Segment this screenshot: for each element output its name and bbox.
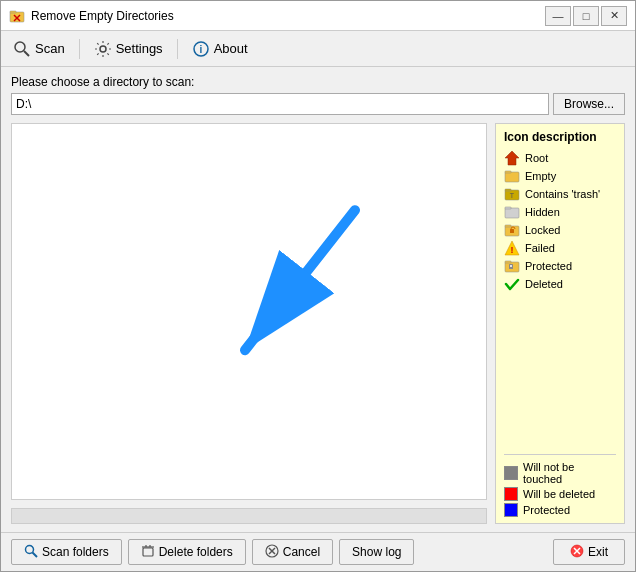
legend-item-failed: ! Failed <box>504 240 616 256</box>
not-touched-label: Will not be touched <box>523 461 616 485</box>
title-bar-left: Remove Empty Directories <box>9 8 174 24</box>
not-touched-color <box>504 466 518 480</box>
delete-folders-button[interactable]: Delete folders <box>128 539 246 565</box>
svg-text:!: ! <box>511 245 514 255</box>
legend-item-hidden: Hidden <box>504 204 616 220</box>
svg-text:T: T <box>510 192 515 199</box>
svg-text:i: i <box>199 44 202 55</box>
minimize-button[interactable]: — <box>545 6 571 26</box>
empty-label: Empty <box>525 170 556 182</box>
legend-color-protected: Protected <box>504 503 616 517</box>
content-area: Please choose a directory to scan: Brows… <box>1 67 635 532</box>
toolbar-separator-2 <box>177 39 178 59</box>
legend-panel: Icon description Root <box>495 123 625 524</box>
about-label: About <box>214 41 248 56</box>
toolbar-separator-1 <box>79 39 80 59</box>
svg-rect-30 <box>143 548 153 556</box>
hidden-label: Hidden <box>525 206 560 218</box>
svg-rect-25 <box>505 261 511 263</box>
maximize-button[interactable]: □ <box>573 6 599 26</box>
delete-folders-label: Delete folders <box>159 545 233 559</box>
cancel-button[interactable]: Cancel <box>252 539 333 565</box>
svg-rect-18 <box>505 207 511 209</box>
about-toolbar-button[interactable]: i About <box>184 36 256 62</box>
legend-item-deleted: Deleted <box>504 276 616 292</box>
svg-rect-21 <box>510 229 514 233</box>
settings-icon <box>94 40 112 58</box>
browse-button[interactable]: Browse... <box>553 93 625 115</box>
exit-button[interactable]: Exit <box>553 539 625 565</box>
protected-label: Protected <box>525 260 572 272</box>
svg-marker-11 <box>505 151 519 165</box>
toolbar: Scan Settings i About <box>1 31 635 67</box>
locked-label: Locked <box>525 224 560 236</box>
legend-item-protected: Protected <box>504 258 616 274</box>
bottom-bar: Scan folders Delete folders <box>1 532 635 571</box>
svg-line-5 <box>24 51 29 56</box>
show-log-label: Show log <box>352 545 401 559</box>
will-delete-color <box>504 487 518 501</box>
svg-rect-17 <box>505 208 519 218</box>
scan-toolbar-button[interactable]: Scan <box>5 36 73 62</box>
legend-item-empty: Empty <box>504 168 616 184</box>
exit-icon <box>570 544 584 561</box>
show-log-button[interactable]: Show log <box>339 539 414 565</box>
directory-row: Browse... <box>11 93 625 115</box>
empty-folder-icon <box>504 168 520 184</box>
scan-folders-button[interactable]: Scan folders <box>11 539 122 565</box>
svg-point-6 <box>100 46 106 52</box>
trash-label: Contains 'trash' <box>525 188 600 200</box>
root-label: Root <box>525 152 548 164</box>
exit-label: Exit <box>588 545 608 559</box>
legend-color-not-touched: Will not be touched <box>504 461 616 485</box>
protected-icon <box>504 258 520 274</box>
app-icon <box>9 8 25 24</box>
about-icon: i <box>192 40 210 58</box>
svg-line-10 <box>245 210 355 350</box>
delete-folders-icon <box>141 544 155 561</box>
scan-folders-icon <box>24 544 38 561</box>
tree-panel[interactable] <box>11 123 487 500</box>
svg-rect-1 <box>10 11 16 13</box>
failed-label: Failed <box>525 242 555 254</box>
svg-point-27 <box>510 265 512 267</box>
main-window: Remove Empty Directories — □ ✕ Scan <box>0 0 636 572</box>
legend-title: Icon description <box>504 130 616 144</box>
legend-item-locked: Locked <box>504 222 616 238</box>
root-icon <box>504 150 520 166</box>
cancel-label: Cancel <box>283 545 320 559</box>
deleted-icon <box>504 276 520 292</box>
svg-point-28 <box>26 545 34 553</box>
scan-icon <box>13 40 31 58</box>
deleted-label: Deleted <box>525 278 563 290</box>
settings-toolbar-button[interactable]: Settings <box>86 36 171 62</box>
failed-icon: ! <box>504 240 520 256</box>
window-title: Remove Empty Directories <box>31 9 174 23</box>
settings-label: Settings <box>116 41 163 56</box>
svg-point-4 <box>15 42 25 52</box>
close-button[interactable]: ✕ <box>601 6 627 26</box>
legend-divider <box>504 454 616 455</box>
legend-item-trash: T Contains 'trash' <box>504 186 616 202</box>
color-protected-label: Protected <box>523 504 570 516</box>
legend-color-will-delete: Will be deleted <box>504 487 616 501</box>
arrow-indicator <box>195 190 375 393</box>
svg-line-29 <box>33 552 38 557</box>
title-bar: Remove Empty Directories — □ ✕ <box>1 1 635 31</box>
will-delete-label: Will be deleted <box>523 488 595 500</box>
legend-item-root: Root <box>504 150 616 166</box>
main-panel: Icon description Root <box>11 123 625 524</box>
scan-label: Scan <box>35 41 65 56</box>
svg-rect-13 <box>505 171 511 173</box>
directory-label: Please choose a directory to scan: <box>11 75 625 89</box>
locked-icon <box>504 222 520 238</box>
legend-spacer <box>504 294 616 448</box>
title-controls: — □ ✕ <box>545 6 627 26</box>
hidden-icon <box>504 204 520 220</box>
svg-rect-15 <box>505 189 511 191</box>
svg-rect-12 <box>505 172 519 182</box>
svg-rect-20 <box>505 225 511 227</box>
cancel-icon <box>265 544 279 561</box>
trash-icon: T <box>504 186 520 202</box>
directory-input[interactable] <box>11 93 549 115</box>
